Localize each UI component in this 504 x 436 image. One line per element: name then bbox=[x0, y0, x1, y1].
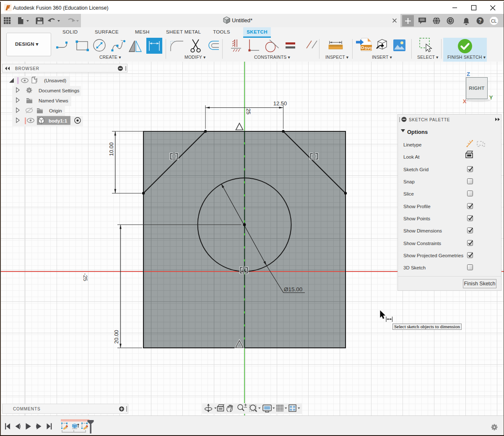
svg-text:Ø15.00: Ø15.00 bbox=[284, 286, 302, 292]
svg-text:Document Settings: Document Settings bbox=[39, 88, 79, 93]
svg-text:SKETCH PALETTE: SKETCH PALETTE bbox=[409, 117, 450, 122]
svg-text:CL: CL bbox=[491, 18, 497, 23]
svg-text:-25: -25 bbox=[82, 273, 88, 281]
svg-text:20.00: 20.00 bbox=[114, 330, 120, 344]
svg-text:body1:1: body1:1 bbox=[49, 118, 68, 123]
svg-text:10.00: 10.00 bbox=[108, 142, 114, 156]
svg-text:(Unsaved): (Unsaved) bbox=[44, 78, 66, 83]
svg-text:SVG: SVG bbox=[365, 46, 373, 50]
svg-text:Named Views: Named Views bbox=[39, 98, 68, 103]
svg-text:Options: Options bbox=[407, 129, 428, 135]
svg-text:Z: Z bbox=[467, 71, 470, 77]
svg-text:Y: Y bbox=[489, 94, 493, 101]
svg-text:25: 25 bbox=[245, 108, 252, 114]
svg-text:12.50: 12.50 bbox=[273, 100, 287, 107]
svg-text:Origin: Origin bbox=[49, 108, 62, 113]
svg-text:?: ? bbox=[478, 18, 481, 24]
svg-text:X: X bbox=[463, 98, 467, 104]
